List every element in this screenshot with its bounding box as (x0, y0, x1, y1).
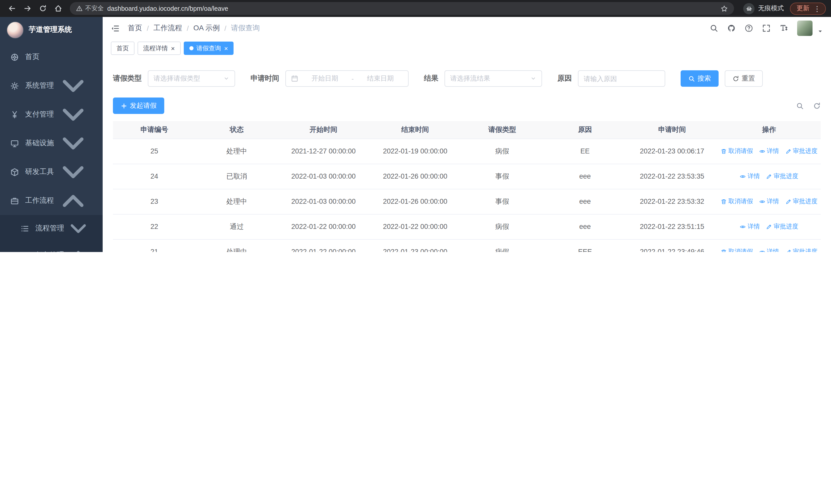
approval-progress-action[interactable]: 审批进度 (766, 172, 798, 181)
cell-leave-type: 事假 (461, 189, 543, 214)
reason-input[interactable] (578, 70, 665, 87)
filter-form: 请假类型 请选择请假类型 申请时间 (113, 70, 821, 87)
url-text: dashboard.yudao.iocoder.cn/bpm/oa/leave (107, 5, 228, 12)
sidebar-subitem-icon (21, 251, 29, 252)
chevron-down-icon[interactable] (818, 29, 823, 36)
edit-icon (785, 148, 791, 154)
tab[interactable]: 流程详情 × (138, 41, 180, 55)
table-row[interactable]: 22 通过 2022-01-22 00:00:00 2022-01-22 00:… (113, 214, 821, 239)
breadcrumb-item[interactable]: OA 示例 / (194, 24, 231, 33)
user-avatar[interactable] (797, 21, 812, 36)
detail-action[interactable]: 详情 (740, 172, 760, 181)
cell-apply-time: 2022-01-23 00:06:17 (627, 139, 717, 164)
cancel-leave-action[interactable]: 取消请假 (721, 197, 753, 206)
sidebar-subitem-label: 流程管理 (35, 224, 64, 233)
table-header-cell: 结束时间 (369, 121, 461, 139)
cell-leave-type: 事假 (461, 164, 543, 189)
cancel-leave-action[interactable]: 取消请假 (721, 247, 753, 252)
browser-forward-button[interactable] (21, 2, 34, 15)
font-size-icon[interactable] (780, 24, 788, 32)
tab-label: 首页 (116, 44, 129, 53)
browser-update-button[interactable]: 更新 ⋮ (790, 2, 826, 14)
result-select[interactable]: 请选择流结果 (445, 70, 542, 87)
breadcrumb-item[interactable]: 首页 / (128, 24, 153, 33)
approval-progress-action[interactable]: 审批进度 (785, 197, 818, 206)
eye-icon (759, 198, 765, 205)
eye-icon (740, 173, 746, 179)
browser-home-button[interactable] (51, 2, 65, 15)
cell-start-time: 2022-01-22 00:00:00 (278, 239, 369, 252)
refresh-table-icon[interactable] (813, 102, 821, 110)
tab-close-icon[interactable]: × (224, 45, 228, 52)
cell-end-time: 2022-01-23 00:00:00 (369, 239, 461, 252)
github-icon[interactable] (727, 24, 736, 32)
breadcrumb-item[interactable]: 请假查询 / (231, 24, 260, 33)
leave-table: 申请编号 状态 开始时间 结束时间 请假类型 原因 (113, 121, 821, 252)
cell-apply-id: 21 (113, 239, 196, 252)
approval-progress-action[interactable]: 审批进度 (785, 247, 818, 252)
address-bar[interactable]: 不安全 dashboard.yudao.iocoder.cn/bpm/oa/le… (70, 2, 734, 15)
sidebar-item-icon (10, 81, 19, 90)
detail-action[interactable]: 详情 (740, 222, 760, 231)
sidebar-item-icon (10, 53, 19, 61)
table-row[interactable]: 21 处理中 2022-01-22 00:00:00 2022-01-23 00… (113, 239, 821, 252)
reset-button[interactable]: 重置 (725, 70, 763, 87)
security-warning[interactable]: 不安全 (76, 4, 104, 13)
leave-type-select[interactable]: 请选择请假类型 (148, 70, 235, 87)
sidebar-item[interactable]: 工作流程 (0, 186, 103, 215)
browser-reload-button[interactable] (36, 2, 49, 15)
trash-icon (721, 148, 727, 154)
table-row[interactable]: 23 处理中 2022-01-03 00:00:00 2022-01-26 00… (113, 189, 821, 214)
reason-label: 原因 (557, 74, 572, 83)
table-header-cell: 申请编号 (113, 121, 196, 139)
tab-label: 请假查询 (196, 44, 221, 53)
bookmark-star-icon[interactable] (721, 5, 728, 12)
tab[interactable]: 首页 (111, 41, 135, 55)
header-actions (710, 21, 823, 36)
table-row[interactable]: 25 处理中 2021-12-27 00:00:00 2022-01-19 00… (113, 139, 821, 164)
detail-action[interactable]: 详情 (759, 247, 779, 252)
browser-back-button[interactable] (5, 2, 19, 15)
result-label: 结果 (424, 74, 438, 83)
breadcrumb-separator: / (147, 24, 149, 32)
app-logo[interactable]: 芋道管理系统 (0, 17, 103, 42)
table-tools (796, 102, 821, 110)
cell-apply-time: 2022-01-22 23:49:46 (627, 239, 717, 252)
calendar-icon (291, 75, 298, 82)
create-leave-button[interactable]: 发起请假 (113, 97, 164, 114)
table-header-cell: 请假类型 (461, 121, 543, 139)
detail-action[interactable]: 详情 (759, 197, 779, 206)
cell-reason: eee (543, 214, 627, 239)
help-icon[interactable] (745, 24, 753, 32)
search-button[interactable]: 搜索 (681, 70, 719, 87)
table-row[interactable]: 24 已取消 2022-01-03 00:00:00 2022-01-26 00… (113, 164, 821, 189)
sidebar-item-icon (10, 110, 19, 119)
fullscreen-icon[interactable] (762, 24, 770, 32)
date-range-picker[interactable]: 开始日期 - 结束日期 (285, 70, 408, 87)
approval-progress-action[interactable]: 审批进度 (766, 222, 798, 231)
tab-close-icon[interactable]: × (171, 45, 175, 52)
sidebar-item-label: 工作流程 (25, 196, 54, 205)
cell-end-time: 2022-01-22 00:00:00 (369, 214, 461, 239)
detail-action[interactable]: 详情 (759, 147, 779, 155)
tab[interactable]: 请假查询 × (183, 41, 233, 55)
sidebar-item-label: 系统管理 (25, 81, 54, 90)
search-icon[interactable] (710, 24, 718, 32)
cancel-leave-action[interactable]: 取消请假 (721, 147, 753, 155)
sidebar-item-label: 研发工具 (25, 167, 54, 177)
sidebar-subitem[interactable]: 流程管理 (0, 215, 103, 242)
browser-menu-icon[interactable]: ⋮ (813, 5, 821, 12)
cell-apply-id: 22 (113, 214, 196, 239)
sidebar-subitem[interactable]: 任务管理 (0, 242, 103, 252)
approval-progress-action[interactable]: 审批进度 (785, 147, 818, 155)
trash-icon (721, 198, 727, 205)
breadcrumb-label: 工作流程 (153, 24, 182, 33)
sidebar-item-label: 首页 (25, 52, 39, 62)
cell-reason: eee (543, 164, 627, 189)
toggle-search-icon[interactable] (796, 102, 804, 110)
sidebar-collapse-icon[interactable] (111, 24, 120, 33)
table-header-cell: 原因 (543, 121, 627, 139)
eye-icon (740, 224, 746, 230)
breadcrumb-item[interactable]: 工作流程 / (153, 24, 194, 33)
tag-tab-bar: 首页 流程详情 × 请假查询 × (103, 39, 831, 57)
